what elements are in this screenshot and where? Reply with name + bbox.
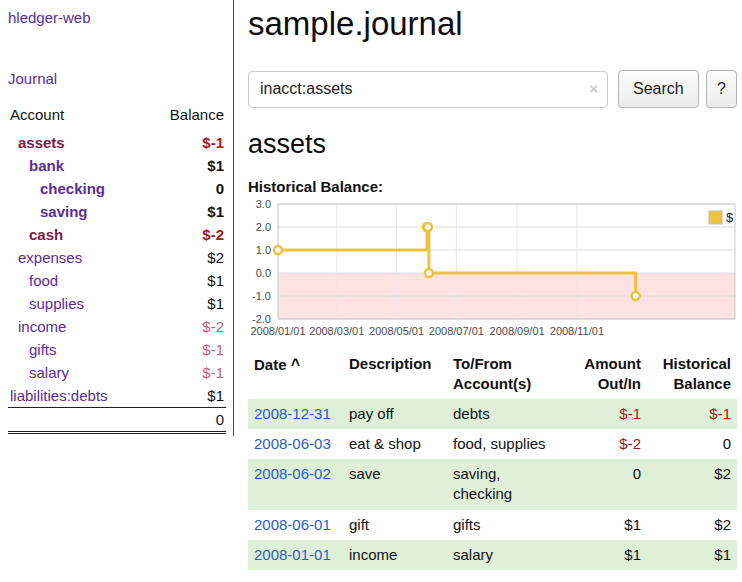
y-tick-label: 1.0 <box>256 244 271 256</box>
register-balance-cell: $2 <box>647 459 737 510</box>
register-header-date-label: Date <box>254 356 287 373</box>
register-header-amount: Amount Out/In <box>572 352 647 399</box>
page-title: sample.journal <box>248 5 738 43</box>
account-link-income[interactable]: income <box>18 318 66 335</box>
accounts-table: Account Balance assets$-1bank$1checking0… <box>8 104 226 434</box>
register-header-balance: Historical Balance <box>647 352 737 399</box>
journal-link[interactable]: Journal <box>8 70 233 87</box>
account-row: saving$1 <box>8 200 226 223</box>
register-accounts-cell: salary <box>447 540 572 570</box>
search-input[interactable] <box>248 71 608 108</box>
account-row: food$1 <box>8 269 226 292</box>
data-point-marker <box>424 223 432 231</box>
account-name-cell: saving <box>8 200 147 223</box>
account-link-gifts[interactable]: gifts <box>29 341 57 358</box>
app-title-link[interactable]: hledger-web <box>8 9 91 26</box>
sort-asc-icon[interactable]: ^ <box>291 356 300 373</box>
account-name-cell: bank <box>8 154 147 177</box>
account-row: expenses$2 <box>8 246 226 269</box>
register-description-cell: gift <box>343 510 447 540</box>
x-tick-label: 2008/03/01 <box>309 325 364 337</box>
y-tick-label: 0.0 <box>256 267 271 279</box>
account-link-cash[interactable]: cash <box>29 226 63 243</box>
register-header-accounts: To/From Account(s) <box>447 352 572 399</box>
register-date-cell: 2008-01-01 <box>248 540 343 570</box>
account-name-cell: gifts <box>8 338 147 361</box>
y-tick-label: -1.0 <box>252 290 271 302</box>
search-box: × <box>248 71 608 108</box>
account-balance: $-1 <box>147 131 226 154</box>
account-link-bank[interactable]: bank <box>29 157 64 174</box>
account-heading: assets <box>248 129 738 160</box>
accounts-header-account: Account <box>8 104 147 131</box>
account-name-cell: salary <box>8 361 147 384</box>
data-point-marker <box>274 246 282 254</box>
account-link-food[interactable]: food <box>29 272 58 289</box>
account-row: liabilities:debts$1 <box>8 384 226 408</box>
x-tick-label: 2008/09/01 <box>490 325 545 337</box>
register-row: 2008-06-03eat & shopfood, supplies$-20 <box>248 429 737 459</box>
account-balance: $-1 <box>147 338 226 361</box>
account-row: income$-2 <box>8 315 226 338</box>
register-date-cell: 2008-06-03 <box>248 429 343 459</box>
account-link-liabilities-debts[interactable]: liabilities:debts <box>10 387 108 404</box>
account-balance: $-2 <box>147 223 226 246</box>
account-balance: $-1 <box>147 361 226 384</box>
data-point-marker <box>425 269 433 277</box>
accounts-total-spacer <box>8 408 147 433</box>
register-description-cell: pay off <box>343 399 447 429</box>
register-row: 2008-01-01incomesalary$1$1 <box>248 540 737 570</box>
date-link[interactable]: 2008-12-31 <box>254 405 331 422</box>
date-link[interactable]: 2008-06-02 <box>254 465 331 482</box>
account-row: cash$-2 <box>8 223 226 246</box>
account-row: bank$1 <box>8 154 226 177</box>
account-link-saving[interactable]: saving <box>40 203 88 220</box>
register-description-cell: eat & shop <box>343 429 447 459</box>
x-tick-label: 2008/07/01 <box>429 325 484 337</box>
sidebar-divider <box>233 0 234 436</box>
y-tick-label: -2.0 <box>252 313 271 325</box>
account-link-salary[interactable]: salary <box>29 364 69 381</box>
account-row: salary$-1 <box>8 361 226 384</box>
account-link-checking[interactable]: checking <box>40 180 105 197</box>
register-accounts-cell: saving, checking <box>447 459 572 510</box>
register-table: Date ^ Description To/From Account(s) Am… <box>248 352 737 570</box>
data-point-marker <box>632 292 640 300</box>
y-tick-label: 2.0 <box>256 221 271 233</box>
chart-title: Historical Balance: <box>248 178 738 195</box>
search-row: × Search ? <box>248 70 737 108</box>
register-amount-cell: $-1 <box>572 399 647 429</box>
account-balance: $1 <box>147 269 226 292</box>
register-accounts-cell: gifts <box>447 510 572 540</box>
register-amount-cell: 0 <box>572 459 647 510</box>
search-button[interactable]: Search <box>618 70 699 108</box>
register-description-cell: save <box>343 459 447 510</box>
register-header-description: Description <box>343 352 447 399</box>
date-link[interactable]: 2008-06-01 <box>254 516 331 533</box>
register-header-date[interactable]: Date ^ <box>248 352 343 399</box>
date-link[interactable]: 2008-06-03 <box>254 435 331 452</box>
account-link-supplies[interactable]: supplies <box>29 295 84 312</box>
account-link-expenses[interactable]: expenses <box>18 249 82 266</box>
account-row: checking0 <box>8 177 226 200</box>
account-balance: $1 <box>147 200 226 223</box>
account-row: supplies$1 <box>8 292 226 315</box>
register-header-row: Date ^ Description To/From Account(s) Am… <box>248 352 737 399</box>
sidebar: hledger-web Journal Account Balance asse… <box>0 0 233 434</box>
register-date-cell: 2008-06-01 <box>248 510 343 540</box>
account-name-cell: liabilities:debts <box>8 384 147 408</box>
help-button[interactable]: ? <box>706 70 737 108</box>
legend-swatch <box>709 211 722 224</box>
account-name-cell: assets <box>8 131 147 154</box>
date-link[interactable]: 2008-01-01 <box>254 546 331 563</box>
account-link-assets[interactable]: assets <box>18 134 65 151</box>
register-date-cell: 2008-06-02 <box>248 459 343 510</box>
clear-search-icon[interactable]: × <box>589 80 598 97</box>
account-name-cell: checking <box>8 177 147 200</box>
account-name-cell: supplies <box>8 292 147 315</box>
register-balance-cell: 0 <box>647 429 737 459</box>
register-balance-cell: $2 <box>647 510 737 540</box>
register-amount-cell: $1 <box>572 540 647 570</box>
register-date-cell: 2008-12-31 <box>248 399 343 429</box>
historical-balance-chart: 3.02.01.00.0-1.0-2.02008/01/012008/03/01… <box>248 198 740 340</box>
